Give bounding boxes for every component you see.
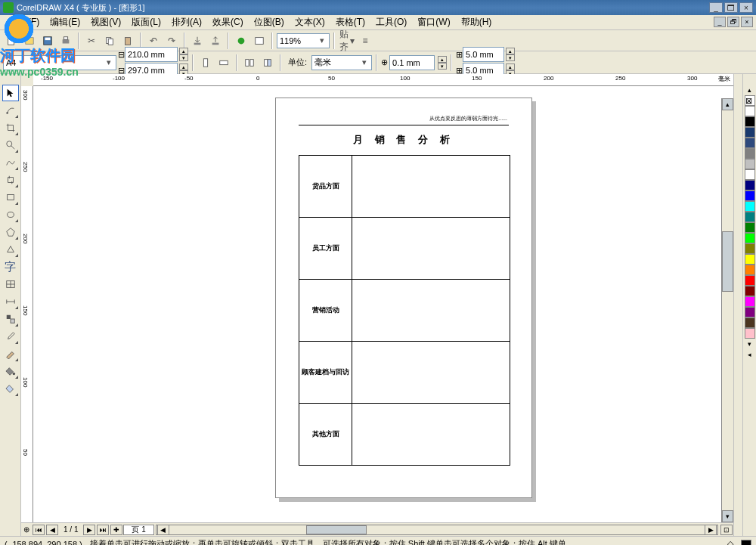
color-swatch-1[interactable]: [745, 116, 755, 127]
color-swatch-15[interactable]: [745, 265, 755, 275]
menu-edit[interactable]: 编辑(E): [45, 16, 85, 29]
drawing-canvas[interactable]: 从优点要反思的薄弱方面待完...... 月 销 售 分 析 货品方面 员工方面 …: [33, 86, 733, 522]
crop-tool[interactable]: [2, 119, 19, 136]
options-button[interactable]: ≡: [357, 33, 373, 49]
color-swatch-2[interactable]: [745, 127, 755, 138]
vertical-ruler[interactable]: 300 250 200 150 100 50: [21, 86, 33, 522]
navigator-button[interactable]: ⊡: [720, 525, 733, 535]
page-tab[interactable]: 页 1: [123, 525, 153, 535]
pick-tool[interactable]: [2, 85, 19, 101]
color-swatch-3[interactable]: [745, 138, 755, 148]
mdi-restore-button[interactable]: 🗗: [727, 17, 739, 27]
palette-flyout-button[interactable]: ◂: [745, 349, 755, 360]
color-swatch-6[interactable]: [745, 169, 755, 180]
hscroll-left[interactable]: ◀: [157, 525, 169, 535]
basic-shapes-tool[interactable]: [2, 241, 19, 258]
page-add-icon[interactable]: ⊕: [21, 525, 32, 534]
menu-help[interactable]: 帮助(H): [456, 16, 497, 29]
add-page-button[interactable]: ✚: [110, 525, 122, 535]
nudge-input[interactable]: 0.1 mm: [389, 55, 435, 70]
last-page-button[interactable]: ⏭: [97, 525, 109, 535]
all-pages-button[interactable]: [241, 54, 258, 71]
color-swatch-8[interactable]: [745, 190, 755, 201]
interactive-tool[interactable]: [2, 311, 19, 327]
app-launcher-button[interactable]: [233, 33, 249, 49]
menu-table[interactable]: 表格(T): [330, 16, 370, 29]
menu-effects[interactable]: 效果(C): [207, 16, 249, 29]
mdi-close-button[interactable]: ×: [741, 17, 753, 27]
interactive-fill-tool[interactable]: [2, 380, 19, 397]
print-button[interactable]: [57, 33, 74, 49]
ellipse-tool[interactable]: [2, 206, 19, 223]
no-color-swatch[interactable]: ⊠: [745, 95, 755, 106]
palette-down-button[interactable]: ▾: [745, 339, 755, 349]
fill-indicator[interactable]: [741, 540, 751, 546]
hscroll-thumb[interactable]: [306, 525, 367, 534]
vertical-scrollbar[interactable]: ▴ ▾: [721, 98, 733, 522]
menu-file[interactable]: 文件(F): [5, 16, 45, 29]
welcome-button[interactable]: [251, 33, 268, 49]
maximize-button[interactable]: 🗖: [724, 2, 738, 13]
scroll-thumb[interactable]: [722, 231, 733, 292]
color-swatch-16[interactable]: [745, 275, 755, 286]
freehand-tool[interactable]: [2, 154, 19, 171]
color-swatch-18[interactable]: [745, 296, 755, 307]
color-swatch-4[interactable]: [745, 148, 755, 159]
menu-arrange[interactable]: 排列(A): [166, 16, 207, 29]
table-tool[interactable]: [2, 276, 19, 293]
color-swatch-12[interactable]: [745, 233, 755, 243]
menu-bitmap[interactable]: 位图(B): [249, 16, 290, 29]
color-swatch-11[interactable]: [745, 222, 755, 233]
snap-button[interactable]: 贴齐 ▾: [339, 33, 355, 49]
color-swatch-13[interactable]: [745, 243, 755, 254]
menu-text[interactable]: 文本(X): [290, 16, 330, 29]
nudge-down[interactable]: ▾: [438, 63, 447, 70]
color-swatch-20[interactable]: [745, 317, 755, 328]
color-swatch-19[interactable]: [745, 307, 755, 317]
page-width-input[interactable]: 210.0 mm: [125, 47, 178, 62]
horizontal-scrollbar[interactable]: ◀ ▶: [156, 525, 718, 535]
color-swatch-14[interactable]: [745, 254, 755, 265]
color-swatch-5[interactable]: [745, 159, 755, 169]
smart-fill-tool[interactable]: [2, 172, 19, 188]
color-swatch-7[interactable]: [745, 180, 755, 190]
export-button[interactable]: [207, 33, 224, 49]
palette-up-button[interactable]: ▴: [745, 85, 755, 95]
copy-button[interactable]: [101, 33, 118, 49]
eyedropper-tool[interactable]: [2, 328, 19, 345]
portrait-button[interactable]: [197, 54, 214, 71]
menu-tools[interactable]: 工具(O): [370, 16, 412, 29]
first-page-button[interactable]: ⏮: [33, 525, 45, 535]
polygon-tool[interactable]: [2, 224, 19, 240]
next-page-button[interactable]: ▶: [83, 525, 95, 535]
docker-strip[interactable]: [733, 74, 742, 536]
cut-button[interactable]: ✂: [83, 33, 100, 49]
menu-layout[interactable]: 版面(L): [126, 16, 166, 29]
horizontal-ruler[interactable]: -150 -100 -50 0 50 100 150 200 250 300 毫…: [33, 74, 733, 86]
paper-size-combo[interactable]: A4▾: [3, 55, 116, 70]
zoom-tool[interactable]: [2, 137, 19, 153]
color-swatch-0[interactable]: [745, 106, 755, 116]
scroll-down-button[interactable]: ▾: [722, 510, 733, 522]
new-button[interactable]: [3, 33, 20, 49]
width-up[interactable]: ▴: [179, 48, 188, 54]
scroll-up-button[interactable]: ▴: [722, 98, 733, 110]
nudge-up[interactable]: ▴: [438, 56, 447, 63]
shape-tool[interactable]: [2, 102, 19, 119]
fill-tool[interactable]: [2, 363, 19, 379]
minimize-button[interactable]: _: [709, 2, 723, 13]
color-swatch-9[interactable]: [745, 201, 755, 212]
width-down[interactable]: ▾: [179, 54, 188, 61]
prev-page-button[interactable]: ◀: [46, 525, 58, 535]
import-button[interactable]: [189, 33, 206, 49]
grid-x-input[interactable]: 5.0 mm: [463, 47, 504, 62]
rectangle-tool[interactable]: [2, 189, 19, 206]
height-up[interactable]: ▴: [179, 63, 188, 70]
menu-view[interactable]: 视图(V): [85, 16, 126, 29]
hscroll-right[interactable]: ▶: [705, 525, 717, 535]
mdi-minimize-button[interactable]: _: [714, 17, 726, 27]
menu-window[interactable]: 窗口(W): [412, 16, 455, 29]
outline-tool[interactable]: [2, 345, 19, 362]
text-tool[interactable]: 字: [2, 259, 19, 275]
save-button[interactable]: [39, 33, 56, 49]
